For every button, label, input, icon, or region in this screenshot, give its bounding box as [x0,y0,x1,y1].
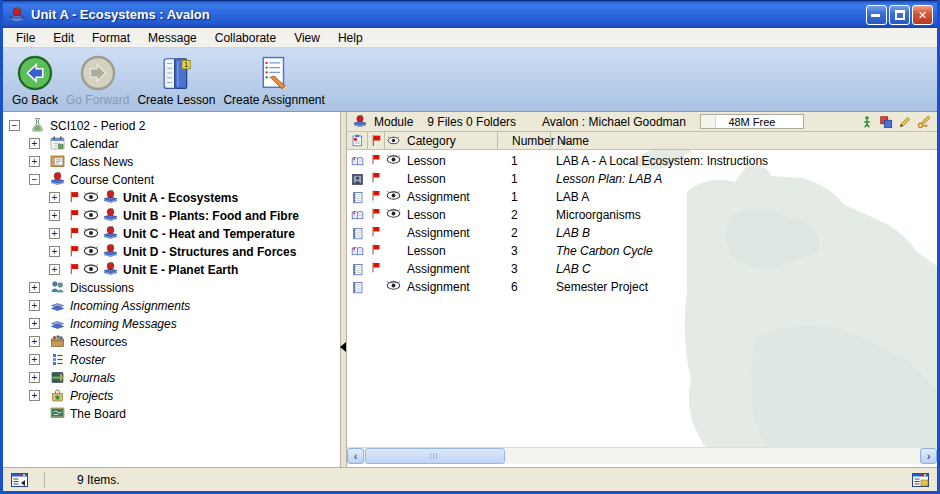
pane-splitter[interactable] [340,112,347,467]
close-button[interactable]: ✕ [912,5,933,25]
tree-item[interactable]: SCI102 - Period 2 [3,116,340,134]
toolbar-button[interactable]: Create Lesson [134,52,218,109]
tree-item[interactable]: Unit B - Plants: Food and Fibre [3,206,340,224]
column-flag[interactable] [367,132,384,149]
tree-expand-toggle[interactable] [49,192,60,203]
item-type-icon [351,281,364,294]
toolbar-button[interactable]: Go Back [9,52,61,109]
tree-expand-toggle[interactable] [29,318,40,329]
folder-type: Module [374,115,413,129]
tree-item[interactable]: Roster [3,350,340,368]
infobar-action-icon[interactable] [898,115,912,129]
tree-item-label: Journals [70,370,115,385]
tree-item[interactable]: Unit A - Ecosystems [3,188,340,206]
flag-icon [68,244,81,258]
tree-expand-toggle[interactable] [49,228,60,239]
tree-expand-toggle[interactable] [29,282,40,293]
flag-icon [68,226,81,240]
tree-item[interactable]: Course Content [3,170,340,188]
infobar-action-icon[interactable] [879,115,893,129]
item-category: Lesson [402,208,497,222]
tree-item-label: Calendar [70,136,119,151]
menu-item[interactable]: File [7,29,44,47]
file-row[interactable]: Assignment 6 Semester Project [347,278,937,296]
toolbar-button[interactable]: Create Assignment [220,52,327,109]
tree-expand-toggle[interactable] [29,156,40,167]
tree-expand-toggle[interactable] [29,390,40,401]
toggle-panel-icon[interactable] [11,472,28,488]
tree-item[interactable]: Class News [3,152,340,170]
scroll-right-button[interactable]: › [920,448,937,464]
tree-expand-toggle[interactable] [29,300,40,311]
tree-expand-toggle[interactable] [49,210,60,221]
item-number: 1 [497,190,550,204]
column-eye[interactable] [384,132,402,149]
menu-item[interactable]: Help [329,29,372,47]
tree-expand-toggle[interactable] [49,264,60,275]
tree-expand-toggle[interactable] [49,246,60,257]
tree-expand-toggle[interactable] [29,372,40,383]
tree-item-icon [29,117,46,133]
maximize-button[interactable] [889,5,910,25]
item-name: LAB A - A Local Ecosystem: Instructions [550,154,937,168]
collapse-pane-arrow[interactable] [340,342,346,352]
tree-item-label: Projects [70,388,113,403]
tree-item-icon [49,279,66,295]
folder-info-bar: Module 9 Files 0 Folders Avalon : Michae… [347,112,937,132]
infobar-action-icon[interactable] [860,115,874,129]
file-row[interactable]: Assignment 1 LAB A [347,188,937,206]
scrollbar-track[interactable] [505,448,920,464]
menu-item[interactable]: Collaborate [206,29,285,47]
tree-item[interactable]: Incoming Assignments [3,296,340,314]
menu-item[interactable]: Format [83,29,139,47]
item-type-icon [351,227,364,240]
tree-expand-toggle[interactable] [29,174,40,185]
file-row[interactable]: Assignment 2 LAB B [347,224,937,242]
tree-item-label: Class News [70,154,133,169]
scrollbar-thumb[interactable] [365,448,505,464]
tree-item[interactable]: Unit E - Planet Earth [3,260,340,278]
tree-item[interactable]: The Board [3,404,340,422]
tree-expand-toggle[interactable] [29,354,40,365]
tree-item[interactable]: Unit D - Structures and Forces [3,242,340,260]
toolbar-button[interactable]: Go Forward [63,52,132,109]
tree-item[interactable]: Journals [3,368,340,386]
tree-item[interactable]: Calendar [3,134,340,152]
item-type-icon [351,209,364,222]
column-number[interactable]: Number [497,132,550,149]
flag-icon [370,243,382,256]
item-number: 2 [497,208,550,222]
file-row[interactable]: Lesson 1 LAB A - A Local Ecosystem: Inst… [347,152,937,170]
tree-item[interactable]: Resources [3,332,340,350]
tree-expand-toggle[interactable] [29,336,40,347]
app-window: Unit A - Ecosystems : Avalon ✕ FileEditF… [0,0,940,494]
infobar-action-icon[interactable] [917,115,931,129]
split-view-icon[interactable] [912,472,929,488]
tree-item[interactable]: Projects [3,386,340,404]
column-category[interactable]: Category [402,132,497,149]
item-category: Assignment [402,190,497,204]
item-name: LAB B [550,226,937,240]
column-name[interactable]: Name [550,132,937,149]
tree-expand-toggle[interactable] [29,138,40,149]
menu-item[interactable]: View [285,29,329,47]
file-row[interactable]: Lesson 1 Lesson Plan: LAB A [347,170,937,188]
tree-item-icon [49,135,66,151]
column-header-row: Category Number Name [347,132,937,150]
file-row[interactable]: Lesson 2 Microorganisms [347,206,937,224]
flag-icon [370,189,382,202]
file-count: 9 Files 0 Folders [427,115,516,129]
scroll-left-button[interactable]: ‹ [347,448,364,464]
menu-item[interactable]: Edit [44,29,83,47]
flag-icon [370,207,382,220]
file-row[interactable]: Assignment 3 LAB C [347,260,937,278]
tree-item[interactable]: Unit C - Heat and Temperature [3,224,340,242]
tree-expand-toggle[interactable] [9,120,20,131]
minimize-button[interactable] [866,5,887,25]
column-item-icon[interactable] [347,132,367,149]
tree-item[interactable]: Incoming Messages [3,314,340,332]
tree-item[interactable]: Discussions [3,278,340,296]
item-number: 6 [497,280,550,294]
menu-item[interactable]: Message [139,29,206,47]
file-row[interactable]: Lesson 3 The Carbon Cycle [347,242,937,260]
